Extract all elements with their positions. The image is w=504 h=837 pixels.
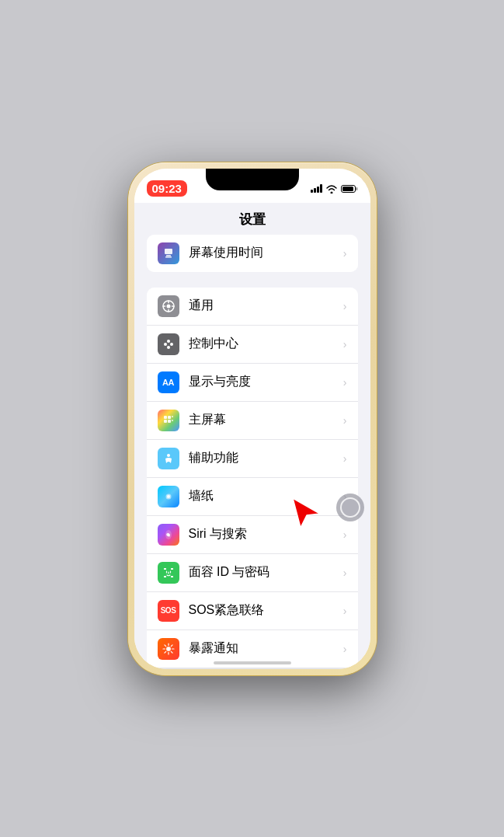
svg-rect-4	[166, 255, 171, 256]
signal-icon	[311, 184, 322, 193]
control-center-icon	[158, 333, 179, 355]
accessibility-icon	[158, 448, 179, 469]
notch	[206, 169, 299, 190]
exposure-icon	[158, 638, 179, 660]
svg-rect-3	[165, 249, 172, 254]
siri-chevron: ›	[343, 528, 347, 541]
svg-line-40	[164, 644, 165, 646]
display-icon-text: AA	[162, 378, 174, 387]
home-screen-icon	[158, 410, 179, 431]
row-sos[interactable]: SOS SOS紧急联络 ›	[147, 592, 358, 630]
home-indicator	[214, 661, 291, 664]
svg-rect-17	[168, 416, 171, 419]
svg-rect-21	[172, 420, 173, 421]
display-icon: AA	[158, 371, 179, 393]
sos-label: SOS紧急联络	[189, 602, 340, 619]
svg-point-26	[167, 533, 169, 535]
general-label: 通用	[189, 298, 340, 314]
section-general: 通用 › 控制中心 ›	[147, 288, 358, 669]
row-battery[interactable]: 电池 ›	[147, 668, 358, 669]
svg-rect-1	[356, 187, 358, 190]
faceid-icon	[158, 562, 179, 584]
control-center-chevron: ›	[343, 338, 347, 350]
home-screen-chevron: ›	[343, 414, 347, 427]
exposure-chevron: ›	[343, 643, 347, 655]
accessibility-label: 辅助功能	[189, 450, 340, 466]
row-accessibility[interactable]: 辅助功能 ›	[147, 440, 358, 478]
assistive-touch-button[interactable]	[336, 493, 364, 521]
row-wallpaper[interactable]: 墙纸 ›	[147, 478, 358, 516]
svg-rect-19	[168, 420, 171, 423]
svg-point-14	[167, 340, 170, 343]
home-screen-label: 主屏幕	[189, 412, 340, 428]
sos-icon: SOS	[158, 600, 179, 622]
svg-line-43	[164, 651, 165, 653]
siri-label: Siri 与搜索	[189, 526, 340, 542]
control-center-label: 控制中心	[189, 336, 340, 352]
section-screentime: 屏幕使用时间 ›	[147, 235, 358, 272]
display-chevron: ›	[343, 376, 347, 389]
battery-icon	[341, 184, 358, 194]
sos-text: SOS	[161, 606, 176, 615]
wifi-icon	[325, 184, 338, 194]
exposure-label: 暴露通知	[189, 640, 340, 657]
svg-point-22	[167, 454, 170, 457]
row-display[interactable]: AA 显示与亮度 ›	[147, 364, 358, 402]
svg-rect-29	[164, 576, 166, 577]
svg-rect-2	[342, 187, 353, 191]
sos-chevron: ›	[343, 605, 347, 617]
svg-line-42	[171, 644, 172, 646]
faceid-label: 面容 ID 与密码	[189, 564, 340, 581]
screentime-icon	[158, 242, 179, 264]
page-title: 设置	[134, 203, 370, 235]
svg-point-12	[164, 343, 167, 346]
status-time: 09:23	[147, 180, 187, 197]
assistive-touch-inner	[340, 497, 360, 518]
svg-point-13	[170, 343, 173, 346]
svg-rect-18	[164, 420, 167, 423]
faceid-chevron: ›	[343, 567, 347, 579]
phone-screen: 09:23	[134, 169, 370, 669]
svg-line-41	[171, 651, 172, 653]
phone-frame: 09:23	[128, 162, 377, 675]
svg-point-15	[167, 346, 170, 349]
row-control-center[interactable]: 控制中心 ›	[147, 326, 358, 364]
status-bar: 09:23	[134, 169, 370, 203]
svg-rect-16	[164, 416, 167, 419]
screentime-label: 屏幕使用时间	[189, 245, 340, 261]
wallpaper-label: 墙纸	[189, 488, 340, 504]
row-faceid[interactable]: 面容 ID 与密码 ›	[147, 554, 358, 592]
row-screentime[interactable]: 屏幕使用时间 ›	[147, 235, 358, 272]
svg-point-7	[166, 304, 170, 308]
row-siri[interactable]: Siri 与搜索 ›	[147, 516, 358, 554]
display-label: 显示与亮度	[189, 374, 340, 390]
svg-rect-27	[164, 568, 166, 570]
wallpaper-icon	[158, 486, 179, 507]
svg-rect-5	[165, 256, 172, 258]
svg-rect-28	[171, 568, 173, 570]
row-home-screen[interactable]: 主屏幕 ›	[147, 402, 358, 440]
row-general[interactable]: 通用 ›	[147, 288, 358, 326]
svg-rect-30	[171, 576, 173, 577]
accessibility-chevron: ›	[343, 452, 347, 465]
general-chevron: ›	[343, 300, 347, 312]
svg-point-35	[167, 647, 169, 650]
general-icon	[158, 295, 179, 317]
siri-icon	[158, 524, 179, 546]
screentime-chevron: ›	[343, 247, 347, 260]
status-icons	[311, 184, 358, 194]
svg-rect-20	[172, 416, 173, 417]
screen-content[interactable]: 设置 屏幕使用时间 ›	[134, 203, 370, 669]
